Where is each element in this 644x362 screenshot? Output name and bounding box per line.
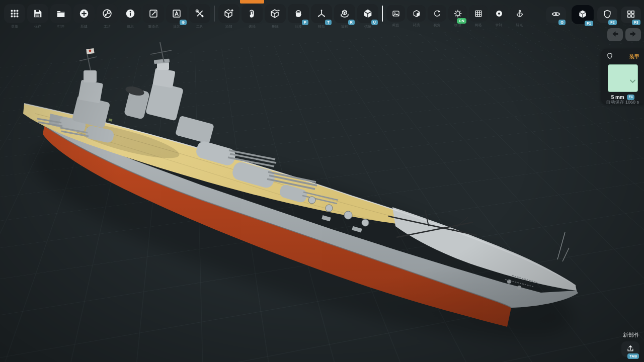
physics-settings-button[interactable]: ON 物理 [448, 5, 467, 22]
edit-pencil-icon [148, 8, 159, 19]
new-button[interactable]: 新建 [73, 4, 95, 23]
armor-material-swatch[interactable] [608, 64, 638, 92]
orbit-view-button[interactable]: 视角 [428, 5, 446, 22]
armor-mode-button[interactable]: F2 [597, 7, 617, 23]
rotate-cube-icon [339, 8, 350, 19]
anchor-icon [515, 9, 524, 18]
new-parts-label: 新部件 [623, 331, 639, 339]
autosave-label: 自动保存 [606, 100, 624, 105]
shaded-cube-icon [412, 9, 421, 18]
open-button[interactable]: 打开 [50, 4, 71, 23]
four-squares-icon [626, 9, 636, 21]
rotate-tool-button[interactable]: R 旋转 [334, 4, 355, 23]
move-axes-icon [316, 8, 327, 19]
shield-icon [602, 9, 612, 21]
tools-wrench-icon [194, 8, 205, 19]
undo-button[interactable] [607, 28, 623, 41]
image-icon [391, 9, 400, 18]
solid-cube-icon [362, 8, 373, 19]
autosave-countdown: 1060 s [625, 100, 639, 105]
letter-a-square-icon [171, 8, 182, 19]
history-controls [607, 28, 641, 41]
shortcut-badge: F1 [585, 21, 593, 26]
toolbar-separator [382, 6, 383, 22]
shortcut-badge: P [302, 20, 308, 25]
steam-workshop-button[interactable]: 工坊 [97, 4, 118, 23]
shortcut-badge: O [558, 20, 566, 25]
tools-button[interactable]: 工具 [189, 4, 210, 23]
view-mode-cluster: O F1 F2 F3 [546, 5, 641, 24]
shortcut-badge: TAB [627, 353, 639, 359]
shortcut-badge: F2 [608, 20, 617, 25]
screenshot-button[interactable]: 截图 [386, 5, 405, 22]
cube-plus-icon [223, 8, 234, 19]
apps-grid-icon [9, 8, 20, 19]
info-icon [125, 8, 136, 19]
grid-icon [474, 9, 483, 18]
select-tool-button[interactable]: 选择 [242, 4, 263, 23]
cube-minus-icon [270, 8, 281, 19]
state-badge: ON [457, 18, 466, 24]
main-toolbar: 菜单 保存 打开 新建 [4, 4, 529, 23]
material-view-button[interactable]: 材质 [407, 5, 426, 22]
modules-mode-button[interactable]: F3 [621, 7, 641, 23]
solid-cube-icon [578, 9, 588, 21]
active-tool-indicator [240, 0, 264, 4]
shortcut-badge: U [371, 20, 378, 25]
upload-arrow-icon [626, 344, 635, 354]
menu-button[interactable]: 菜单 [4, 4, 25, 23]
gear-icon [453, 9, 462, 18]
shortcut-badge: R [348, 20, 355, 25]
text-decal-button[interactable]: G 涂装 [166, 4, 187, 23]
arrow-left-icon [611, 30, 619, 40]
info-button[interactable]: 信息 [120, 4, 141, 23]
folder-icon [55, 8, 66, 19]
armor-panel-header: 装甲 [605, 52, 641, 61]
visibility-button[interactable]: O [546, 7, 566, 23]
arrow-right-icon [629, 30, 637, 40]
open-parts-drawer-button[interactable]: TAB [621, 341, 639, 357]
record-button[interactable]: 录制 [490, 5, 508, 22]
redo-button[interactable] [625, 28, 641, 41]
eye-icon [551, 9, 561, 21]
chevron-down-icon [630, 79, 635, 83]
rename-button[interactable]: 重命名 [143, 4, 164, 23]
paint-bucket-icon [293, 8, 304, 19]
block-mode-button[interactable]: F1 [572, 5, 594, 24]
shortcut-badge: T [325, 20, 332, 25]
remove-block-button[interactable]: 删除 [265, 4, 286, 23]
anchor-button[interactable]: 锚点 [510, 5, 529, 22]
autosave-status: 自动保存 1060 s [606, 99, 639, 106]
3d-viewport[interactable] [0, 0, 644, 362]
paint-tool-button[interactable]: P 油漆 [288, 4, 309, 23]
steam-icon [102, 8, 113, 19]
plus-circle-icon [78, 8, 90, 19]
battleship-model [0, 0, 644, 362]
shield-icon [606, 52, 613, 61]
translate-tool-button[interactable]: T 移动 [311, 4, 332, 23]
rotate-arrow-icon [433, 9, 442, 18]
save-floppy-icon [32, 8, 43, 19]
save-button[interactable]: 保存 [27, 4, 48, 23]
record-icon [495, 9, 504, 18]
armor-panel: 装甲 5 mm F4 [601, 49, 644, 104]
toolbar-separator [214, 6, 215, 22]
shortcut-badge: F3 [632, 20, 640, 25]
shortcut-badge: G [180, 20, 187, 25]
hand-pointer-icon [247, 8, 258, 19]
grid-toggle-button[interactable]: 网格 [469, 5, 488, 22]
add-block-button[interactable]: 添加 [218, 4, 239, 23]
armor-panel-title: 装甲 [629, 53, 639, 60]
mirror-tool-button[interactable]: U 镜像 [357, 4, 378, 23]
